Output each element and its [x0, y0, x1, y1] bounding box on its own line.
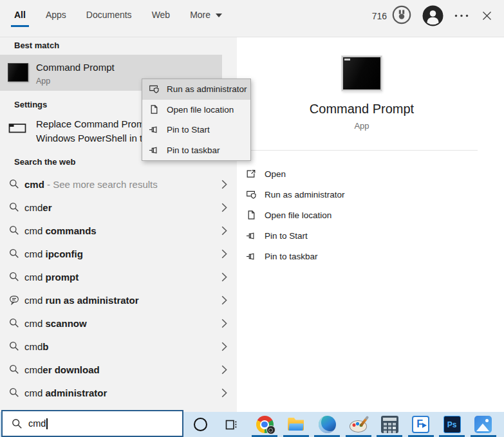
- preview-divider: [251, 150, 478, 151]
- web-suggestion-cmd-commands[interactable]: cmd commands: [0, 219, 237, 242]
- tab-label: All: [14, 10, 26, 20]
- menu-item-run-as-administrator[interactable]: Run as administrator: [142, 79, 250, 100]
- chevron-right-icon[interactable]: [221, 179, 232, 189]
- action-open[interactable]: Open: [237, 163, 487, 184]
- tab-all[interactable]: All: [14, 0, 26, 27]
- task-view-button[interactable]: [225, 418, 238, 431]
- search-the-web-label: Search the web: [14, 157, 75, 167]
- best-match-label: Best match: [14, 41, 59, 50]
- action-open-file-location[interactable]: Open file location: [237, 205, 487, 225]
- tab-label: Documents: [86, 10, 132, 20]
- file-location-icon: [149, 104, 160, 115]
- action-pin-to-start[interactable]: Pin to Start: [237, 225, 487, 246]
- account-avatar[interactable]: [422, 5, 443, 26]
- menu-item-pin-to-taskbar[interactable]: Pin to taskbar: [142, 140, 250, 161]
- action-label: Open file location: [265, 210, 331, 220]
- preview-title: Command Prompt: [237, 102, 487, 116]
- menu-item-label: Open file location: [167, 105, 234, 115]
- calculator-icon: [381, 416, 398, 433]
- preview-actions-list: OpenRun as administratorOpen file locati…: [237, 163, 487, 266]
- windows-search-flyout: AllAppsDocumentsWebMore 716 Best match C…: [0, 0, 504, 437]
- chevron-right-icon[interactable]: [221, 202, 232, 212]
- web-suggestion-cmd-er[interactable]: cmder: [0, 196, 237, 219]
- chevron-right-icon[interactable]: [221, 248, 232, 259]
- search-icon: [12, 418, 23, 429]
- suggestion-text: cmd prompt: [24, 272, 79, 283]
- chrome-icon: [256, 416, 274, 433]
- taskbar-app-photoshop[interactable]: [436, 416, 468, 437]
- web-suggestion-cmd-scannow[interactable]: cmd scannow: [0, 311, 237, 335]
- action-run-as-administrator[interactable]: Run as administrator: [237, 184, 487, 205]
- tab-label: More: [190, 10, 210, 20]
- settings-result-line1: Replace Command Prompt: [36, 118, 153, 129]
- command-prompt-icon: [8, 63, 28, 82]
- chevron-right-icon[interactable]: [221, 364, 232, 375]
- chevron-right-icon[interactable]: [221, 295, 232, 305]
- web-suggestion-cmd-administrator[interactable]: cmd administrator: [0, 381, 237, 404]
- f-shortcut-icon: [412, 416, 429, 433]
- taskbar-app-file-explorer[interactable]: [281, 416, 312, 437]
- suggestion-text: cmder: [24, 202, 52, 213]
- taskbar-app-edge[interactable]: [312, 416, 343, 437]
- taskbar-apps: [249, 416, 499, 437]
- settings-result-line2: Windows PowerShell in the: [36, 133, 153, 144]
- preview-subtitle: App: [237, 121, 487, 131]
- settings-label: Settings: [14, 100, 47, 109]
- taskbar-app-chrome[interactable]: [249, 416, 281, 437]
- chevron-right-icon[interactable]: [221, 341, 232, 351]
- cortana-button[interactable]: [194, 418, 207, 431]
- result-filter-tabs: AllAppsDocumentsWebMore: [14, 0, 222, 27]
- run-admin-icon: [246, 189, 257, 200]
- taskbar-app-paint[interactable]: [343, 416, 375, 437]
- taskbar-search-input[interactable]: cmd: [1, 410, 183, 437]
- header-right-controls: 716: [372, 5, 494, 26]
- search-icon: [9, 202, 19, 212]
- search-icon: [9, 179, 19, 189]
- web-suggestion-cmd-ipconfig[interactable]: cmd ipconfig: [0, 242, 237, 265]
- rewards-medal-icon: [392, 5, 411, 26]
- chevron-right-icon[interactable]: [221, 318, 232, 328]
- web-suggestion-cmd-b[interactable]: cmdb: [0, 335, 237, 358]
- search-icon: [9, 225, 19, 236]
- web-suggestion-cmd-er-download[interactable]: cmder download: [0, 358, 237, 381]
- suggestion-text: cmd ipconfig: [24, 248, 83, 259]
- web-suggestion-cmd-run-as-administrator[interactable]: cmd run as administrator: [0, 288, 237, 311]
- tab-web[interactable]: Web: [152, 0, 171, 27]
- suggestion-text: cmd scannow: [24, 318, 87, 329]
- tab-label: Web: [152, 10, 171, 20]
- taskbar: cmd: [0, 412, 504, 437]
- close-icon[interactable]: [480, 9, 494, 23]
- tab-documents[interactable]: Documents: [86, 0, 132, 27]
- edge-icon: [319, 416, 336, 433]
- web-suggestion-cmd-prompt[interactable]: cmd prompt: [0, 265, 237, 288]
- search-icon: [9, 318, 19, 328]
- suggestion-text: cmd commands: [24, 225, 97, 236]
- open-icon: [246, 169, 257, 180]
- suggestion-text: cmdb: [24, 341, 49, 352]
- menu-item-pin-to-start[interactable]: Pin to Start: [142, 120, 250, 140]
- pin-icon: [246, 230, 257, 241]
- web-suggestion-cmd-see-more-search-results[interactable]: cmd - See more search results: [0, 172, 237, 196]
- taskbar-app-f-shortcut[interactable]: [406, 416, 437, 437]
- tab-more[interactable]: More: [190, 0, 222, 27]
- taskbar-app-calculator[interactable]: [374, 416, 406, 437]
- suggestion-text: cmd run as administrator: [24, 295, 139, 306]
- chevron-right-icon[interactable]: [221, 272, 232, 282]
- best-match-title: Command Prompt: [36, 62, 115, 73]
- rewards-button[interactable]: 716: [372, 5, 411, 26]
- action-pin-to-taskbar[interactable]: Pin to taskbar: [237, 246, 487, 266]
- taskbar-app-photos[interactable]: [468, 416, 499, 437]
- run-admin-icon: [149, 84, 160, 95]
- menu-item-open-file-location[interactable]: Open file location: [142, 100, 250, 120]
- action-label: Run as administrator: [265, 190, 345, 200]
- tab-apps[interactable]: Apps: [46, 0, 66, 27]
- file-location-icon: [246, 210, 257, 221]
- photos-icon: [474, 416, 492, 433]
- search-icon: [9, 341, 19, 351]
- chevron-right-icon[interactable]: [221, 387, 232, 398]
- chevron-right-icon[interactable]: [221, 225, 232, 236]
- paint-icon: [350, 416, 367, 433]
- search-header: AllAppsDocumentsWebMore 716: [0, 0, 504, 37]
- more-options-icon[interactable]: [454, 9, 469, 23]
- console-window-icon: [8, 122, 26, 137]
